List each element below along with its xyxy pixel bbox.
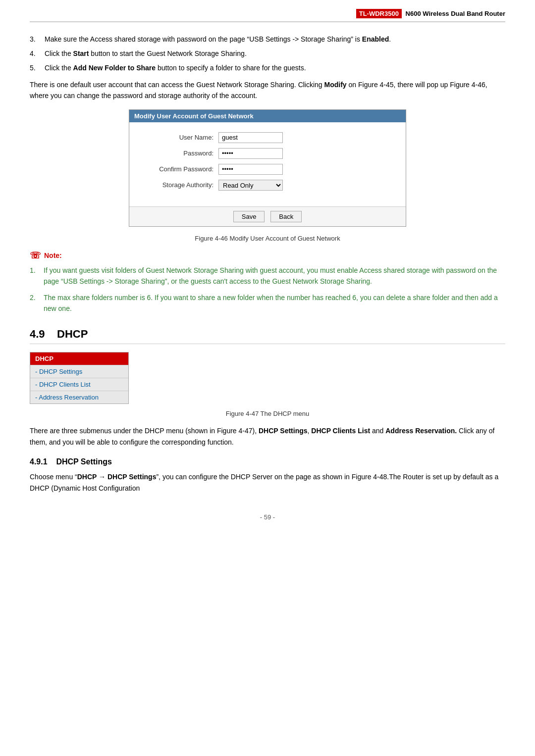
note-section: ☏ Note: 1. If you want guests visit fold… (30, 250, 505, 314)
step-5-num: 5. (30, 63, 45, 73)
address-reservation-item[interactable]: - Address Reservation (30, 391, 128, 403)
subsection-title: DHCP Settings (56, 457, 112, 466)
note-heading-text: Note: (44, 252, 62, 259)
note-1-num: 1. (30, 265, 44, 287)
save-button[interactable]: Save (233, 211, 265, 222)
step-4-text: Click the Start button to start the Gues… (45, 49, 247, 59)
password-label: Password: (134, 150, 214, 157)
username-label: User Name: (134, 134, 214, 141)
back-button[interactable]: Back (270, 211, 302, 222)
dialog-row-username: User Name: (134, 132, 401, 143)
modify-dialog: Modify User Account of Guest Network Use… (129, 109, 406, 227)
note-2-text: The max share folders number is 6. If yo… (44, 292, 505, 314)
note-1-text: If you want guests visit folders of Gues… (44, 265, 505, 287)
confirm-label: Confirm Password: (134, 165, 214, 173)
dhcp-clients-list-item[interactable]: - DHCP Clients List (30, 378, 128, 391)
step-3-num: 3. (30, 34, 45, 45)
notes-list: 1. If you want guests visit folders of G… (30, 265, 505, 314)
note-heading: ☏ Note: (30, 250, 505, 261)
subsection-number: 4.9.1 (30, 457, 54, 466)
note-2-num: 2. (30, 292, 44, 314)
username-input[interactable] (218, 132, 283, 143)
figure1-caption: Figure 4-46 Modify User Account of Guest… (30, 235, 505, 242)
step-4-num: 4. (30, 49, 45, 59)
note-phone-icon: ☏ (30, 250, 41, 261)
dialog-title: Modify User Account of Guest Network (129, 110, 406, 122)
step-5-text: Click the Add New Folder to Share button… (45, 63, 306, 73)
password-input[interactable] (218, 148, 283, 159)
section-number: 4.9 (30, 328, 54, 340)
step-3-text: Make sure the Access shared storage with… (45, 34, 391, 45)
product-name: N600 Wireless Dual Band Router (406, 10, 505, 17)
section-title: DHCP (57, 328, 88, 340)
page-header: TL-WDR3500 N600 Wireless Dual Band Route… (30, 10, 505, 22)
step-3: 3. Make sure the Access shared storage w… (30, 34, 505, 45)
note-item-1: 1. If you want guests visit folders of G… (30, 265, 505, 287)
page-number: - 59 - (30, 513, 505, 521)
dialog-row-authority: Storage Authority: Read Only Read/Write (134, 180, 401, 191)
figure2-caption: Figure 4-47 The DHCP menu (30, 410, 505, 417)
dialog-row-password: Password: (134, 148, 401, 159)
note-item-2: 2. The max share folders number is 6. If… (30, 292, 505, 314)
dialog-footer: Save Back (129, 206, 406, 226)
steps-list: 3. Make sure the Access shared storage w… (30, 34, 505, 73)
dialog-row-confirm: Confirm Password: (134, 164, 401, 175)
dialog-body: User Name: Password: Confirm Password: S… (129, 122, 406, 206)
para-modify: There is one default user account that c… (30, 79, 505, 101)
dhcp-menu: DHCP - DHCP Settings - DHCP Clients List… (30, 352, 129, 404)
para-dhcp-settings: Choose menu “DHCP → DHCP Settings”, you … (30, 471, 505, 494)
step-5: 5. Click the Add New Folder to Share but… (30, 63, 505, 73)
confirm-password-input[interactable] (218, 164, 283, 175)
section-dhcp: 4.9 DHCP (30, 328, 505, 344)
model-label: TL-WDR3500 (356, 9, 402, 18)
dhcp-menu-header: DHCP (30, 353, 128, 365)
step-4: 4. Click the Start button to start the G… (30, 49, 505, 59)
authority-label: Storage Authority: (134, 181, 214, 189)
dhcp-settings-item[interactable]: - DHCP Settings (30, 365, 128, 378)
para-dhcp: There are three submenus under the DHCP … (30, 425, 505, 448)
storage-authority-select[interactable]: Read Only Read/Write (218, 180, 283, 191)
subsection-dhcp-settings: 4.9.1 DHCP Settings (30, 457, 505, 466)
